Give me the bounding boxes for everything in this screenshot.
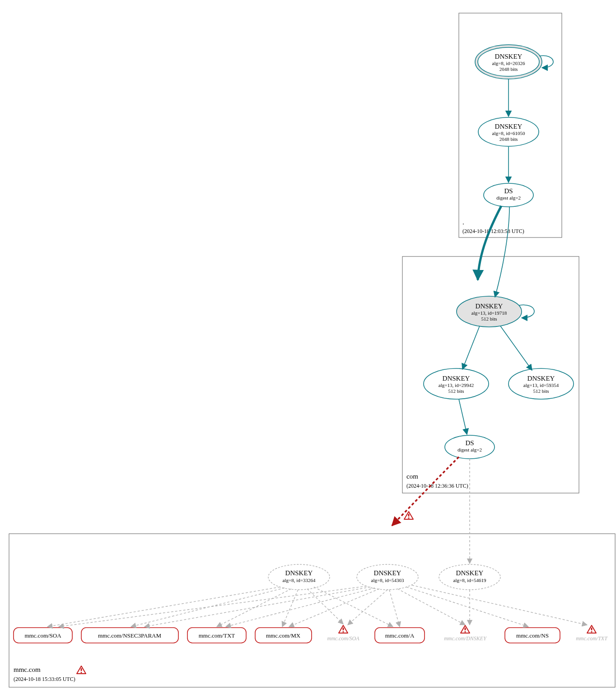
svg-text:512 bits: 512 bits <box>448 388 464 394</box>
edge-root-ds-com-thick <box>478 206 501 280</box>
svg-text:alg=8, id=33264: alg=8, id=33264 <box>283 578 316 583</box>
svg-text:512 bits: 512 bits <box>481 316 497 321</box>
svg-text:alg=8, id=54303: alg=8, id=54303 <box>371 578 404 583</box>
svg-text:alg=8, id=20326: alg=8, id=20326 <box>492 61 525 66</box>
svg-text:alg=13, id=19718: alg=13, id=19718 <box>471 310 507 316</box>
svg-text:DNSKEY: DNSKEY <box>285 569 313 577</box>
svg-text:2048 bits: 2048 bits <box>499 66 518 72</box>
svg-text:DNSKEY: DNSKEY <box>374 569 401 577</box>
phantom-soa: mmc.com/SOA <box>327 635 360 642</box>
node-mmc-k1 <box>268 564 330 590</box>
svg-text:DNSKEY: DNSKEY <box>495 53 523 60</box>
warning-icon <box>461 625 470 633</box>
zone-root-label: . <box>462 219 464 226</box>
edge-com-ksk-zsk1 <box>462 326 480 369</box>
zone-com-ts: (2024-10-18 12:36:36 UTC) <box>406 483 468 489</box>
zone-mmc-label: mmc.com <box>14 666 41 673</box>
svg-text:alg=13, id=59354: alg=13, id=59354 <box>523 382 559 388</box>
svg-text:alg=8, id=61050: alg=8, id=61050 <box>492 130 525 136</box>
svg-text:digest alg=2: digest alg=2 <box>496 195 521 200</box>
edge-com-ds-mmc-red <box>392 457 459 526</box>
svg-text:mmc.com/MX: mmc.com/MX <box>266 632 301 639</box>
svg-text:512 bits: 512 bits <box>533 388 549 394</box>
edge-com-zsk1-ds <box>459 399 467 434</box>
dnssec-diagram: . (2024-10-18 12:03:58 UTC) DNSKEY alg=8… <box>0 0 616 694</box>
svg-text:DNSKEY: DNSKEY <box>443 375 470 382</box>
svg-text:digest alg=2: digest alg=2 <box>457 447 482 452</box>
svg-text:2048 bits: 2048 bits <box>499 136 518 142</box>
edge-com-ksk-zsk2 <box>500 326 532 370</box>
edge-root-ds-com-thin <box>495 207 509 297</box>
warning-icon <box>339 625 348 633</box>
zone-com-label: com <box>406 473 418 480</box>
svg-text:DS: DS <box>465 439 474 447</box>
svg-text:DS: DS <box>504 187 513 195</box>
zone-root-ts: (2024-10-18 12:03:58 UTC) <box>462 228 524 234</box>
svg-text:mmc.com/SOA: mmc.com/SOA <box>24 632 61 639</box>
svg-text:DNSKEY: DNSKEY <box>495 123 523 130</box>
warning-icon <box>587 625 596 633</box>
phantom-txt: mmc.com/TXT <box>576 635 608 642</box>
svg-text:DNSKEY: DNSKEY <box>456 569 484 577</box>
svg-text:mmc.com/NS: mmc.com/NS <box>516 632 549 639</box>
phantom-dnskey: mmc.com/DNSKEY <box>444 635 487 642</box>
svg-text:mmc.com/TXT: mmc.com/TXT <box>199 632 235 639</box>
svg-text:mmc.com/A: mmc.com/A <box>385 632 415 639</box>
node-mmc-k3 <box>439 564 500 590</box>
svg-text:alg=8, id=54619: alg=8, id=54619 <box>453 578 486 583</box>
svg-text:mmc.com/NSEC3PARAM: mmc.com/NSEC3PARAM <box>98 632 161 639</box>
warning-icon <box>77 666 86 674</box>
svg-text:DNSKEY: DNSKEY <box>527 375 555 382</box>
svg-text:alg=13, id=29942: alg=13, id=29942 <box>439 382 474 388</box>
zone-mmc-ts: (2024-10-18 15:33:05 UTC) <box>14 676 75 682</box>
warning-icon <box>404 512 413 519</box>
svg-text:DNSKEY: DNSKEY <box>476 303 503 310</box>
